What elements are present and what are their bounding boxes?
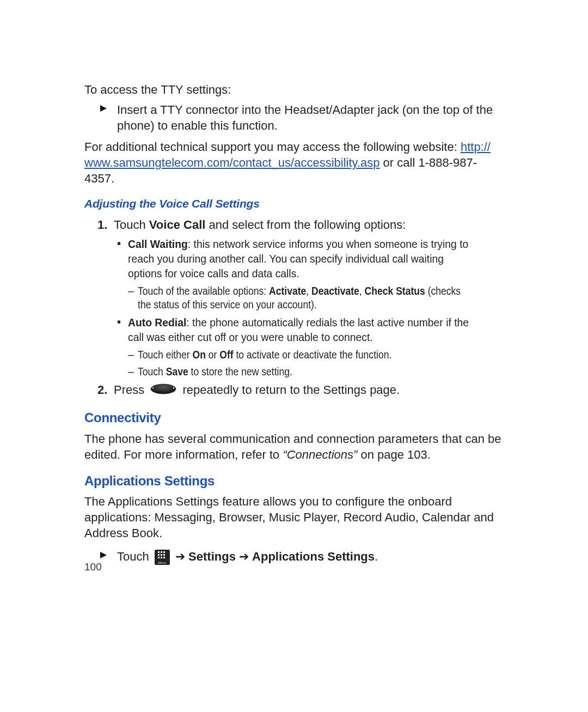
ar-dash2-text: Touch Save to store the new setting. <box>138 365 504 379</box>
step1-a: Touch <box>114 218 149 232</box>
call-waiting-text: Call Waiting: this network service infor… <box>128 237 504 281</box>
cw-label: Call Waiting <box>128 238 188 250</box>
tty-step-text: Insert a TTY connector into the Headset/… <box>117 102 504 133</box>
apps-step-appsettings: Applications Settings <box>252 550 375 563</box>
triangle-right-icon <box>100 551 107 559</box>
svg-marker-0 <box>100 105 107 112</box>
conn-ref: “Connections” <box>283 448 357 461</box>
page-content: To access the TTY settings: Insert a TTY… <box>0 0 588 566</box>
support-pre: For additional technical support you may… <box>84 140 461 154</box>
apps-step-text: Touch Menu ➔ Settings ➔ Applications Set… <box>117 549 504 565</box>
svg-marker-2 <box>100 552 107 558</box>
tty-step-row: Insert a TTY connector into the Headset/… <box>100 102 504 133</box>
auto-redial-dash-1: – Touch either On or Off to activate or … <box>128 348 504 362</box>
step-2-text: Press repeatedly to return to the Settin… <box>114 382 504 399</box>
apps-step-row: Touch Menu ➔ Settings ➔ Applications Set… <box>100 549 504 565</box>
applications-settings-heading: Applications Settings <box>84 472 504 490</box>
dash-icon: – <box>128 365 138 379</box>
step-2-row: 2. Press repeatedly to return to the S <box>97 382 504 399</box>
call-waiting-bullet: • Call Waiting: this network service inf… <box>117 237 504 281</box>
arrow-right-icon: ➔ <box>175 550 188 563</box>
support-paragraph: For additional technical support you may… <box>84 139 504 186</box>
dash-icon: – <box>128 348 138 362</box>
ar-label: Auto Redial <box>128 316 186 328</box>
ar-d2-c: to store the new setting. <box>188 366 292 378</box>
step-1-number: 1. <box>97 217 114 233</box>
svg-point-1 <box>151 384 176 394</box>
cw-dash-activate: Activate <box>269 285 306 297</box>
auto-redial-text: Auto Redial: the phone automatically red… <box>128 315 504 345</box>
ar-d1-on: On <box>192 349 205 361</box>
ar-d1-a: Touch either <box>138 349 192 361</box>
ar-d1-c: to activate or deactivate the function. <box>234 349 392 361</box>
support-link-part2[interactable]: www.samsungtelecom.com/contact_us/access… <box>84 156 379 169</box>
step-1-row: 1. Touch Voice Call and select from the … <box>97 217 504 233</box>
ar-d1-mid: or <box>206 349 219 361</box>
step2-b: repeatedly to return to the Settings pag… <box>182 383 400 397</box>
auto-redial-bullet: • Auto Redial: the phone automatically r… <box>117 315 504 345</box>
intro-text: To access the TTY settings: <box>84 82 504 98</box>
cw-sep2: , <box>359 285 365 297</box>
step1-bold: Voice Call <box>149 218 206 232</box>
cw-dash-a: Touch of the available options: <box>138 285 269 297</box>
arrow-right-icon: ➔ <box>236 550 252 563</box>
ar-d2-a: Touch <box>138 366 166 378</box>
connectivity-body: The phone has several communication and … <box>84 431 504 463</box>
step1-c: and select from the following options: <box>205 218 406 232</box>
apps-step-period: . <box>375 550 378 563</box>
bullet-icon: • <box>117 315 128 330</box>
ar-d1-off: Off <box>219 349 233 361</box>
call-waiting-option-dash: – Touch of the available options: Activa… <box>128 284 504 312</box>
step2-a: Press <box>114 383 148 397</box>
ar-d2-save: Save <box>166 366 188 378</box>
ar-dash1-text: Touch either On or Off to activate or de… <box>138 348 504 362</box>
bullet-icon: • <box>117 237 128 251</box>
menu-grid-icon: Menu <box>155 550 170 565</box>
step-2-number: 2. <box>97 382 114 398</box>
cw-dash-text: Touch of the available options: Activate… <box>138 284 504 312</box>
connectivity-heading: Connectivity <box>84 409 504 427</box>
dash-icon: – <box>128 284 138 298</box>
step-1-text: Touch Voice Call and select from the fol… <box>114 217 504 233</box>
menu-icon-label: Menu <box>155 561 170 564</box>
voice-call-subheading: Adjusting the Voice Call Settings <box>84 196 504 211</box>
hardware-key-icon <box>150 382 177 398</box>
apps-step-a: Touch <box>117 550 152 563</box>
auto-redial-dash-2: – Touch Save to store the new setting. <box>128 365 504 379</box>
support-link-part1[interactable]: http:// <box>461 140 491 154</box>
cw-dash-checkstatus: Check Status <box>365 285 425 297</box>
cw-dash-deactivate: Deactivate <box>311 285 359 297</box>
conn-b: on page 103. <box>357 448 431 461</box>
page-number: 100 <box>84 561 102 573</box>
applications-settings-body: The Applications Settings feature allows… <box>84 494 504 541</box>
apps-step-settings: Settings <box>188 550 236 563</box>
triangle-right-icon <box>100 105 107 112</box>
cw-sep1: , <box>306 285 311 297</box>
